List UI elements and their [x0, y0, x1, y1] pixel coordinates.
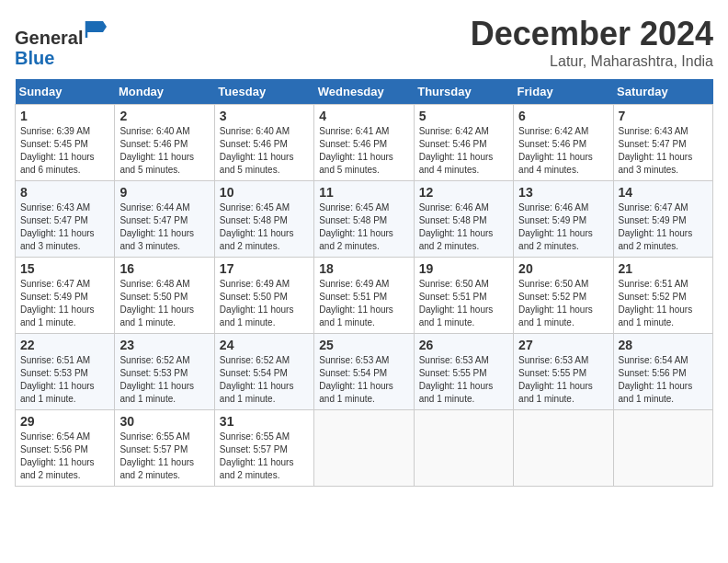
day-number: 29	[20, 414, 109, 429]
day-detail: Sunrise: 6:51 AM Sunset: 5:52 PM Dayligh…	[619, 278, 708, 329]
calendar-cell: 20Sunrise: 6:50 AM Sunset: 5:52 PM Dayli…	[514, 258, 613, 334]
weekday-header-wednesday: Wednesday	[314, 79, 414, 105]
day-number: 31	[220, 414, 309, 429]
calendar-week-row: 1Sunrise: 6:39 AM Sunset: 5:45 PM Daylig…	[16, 105, 713, 181]
calendar-cell: 21Sunrise: 6:51 AM Sunset: 5:52 PM Dayli…	[613, 258, 712, 334]
day-number: 12	[419, 185, 508, 200]
day-detail: Sunrise: 6:51 AM Sunset: 5:53 PM Dayligh…	[20, 354, 109, 406]
day-number: 9	[119, 185, 209, 200]
day-detail: Sunrise: 6:54 AM Sunset: 5:56 PM Dayligh…	[20, 431, 109, 482]
day-detail: Sunrise: 6:47 AM Sunset: 5:49 PM Dayligh…	[20, 278, 109, 329]
month-title: December 2024	[471, 15, 713, 53]
day-number: 6	[518, 109, 608, 123]
day-detail: Sunrise: 6:48 AM Sunset: 5:50 PM Dayligh…	[119, 278, 209, 329]
day-number: 8	[20, 185, 109, 200]
day-detail: Sunrise: 6:43 AM Sunset: 5:47 PM Dayligh…	[619, 125, 708, 177]
day-detail: Sunrise: 6:45 AM Sunset: 5:48 PM Dayligh…	[220, 201, 309, 253]
day-number: 24	[220, 338, 309, 352]
calendar-cell: 27Sunrise: 6:53 AM Sunset: 5:55 PM Dayli…	[514, 334, 613, 410]
calendar-week-row: 22Sunrise: 6:51 AM Sunset: 5:53 PM Dayli…	[16, 334, 713, 410]
day-number: 17	[220, 261, 309, 276]
calendar-cell: 5Sunrise: 6:42 AM Sunset: 5:46 PM Daylig…	[414, 105, 513, 181]
calendar-cell: 28Sunrise: 6:54 AM Sunset: 5:56 PM Dayli…	[613, 334, 712, 410]
day-number: 10	[220, 185, 309, 200]
day-number: 19	[419, 261, 508, 276]
calendar-table: SundayMondayTuesdayWednesdayThursdayFrid…	[15, 79, 713, 487]
calendar-cell: 7Sunrise: 6:43 AM Sunset: 5:47 PM Daylig…	[613, 105, 712, 181]
calendar-cell: 22Sunrise: 6:51 AM Sunset: 5:53 PM Dayli…	[16, 334, 115, 410]
logo-general: General	[15, 28, 83, 48]
day-number: 11	[319, 185, 408, 200]
day-detail: Sunrise: 6:50 AM Sunset: 5:52 PM Dayligh…	[518, 278, 608, 329]
day-detail: Sunrise: 6:43 AM Sunset: 5:47 PM Dayligh…	[20, 201, 109, 253]
day-detail: Sunrise: 6:54 AM Sunset: 5:56 PM Dayligh…	[619, 354, 708, 406]
day-number: 22	[20, 338, 109, 352]
calendar-week-row: 15Sunrise: 6:47 AM Sunset: 5:49 PM Dayli…	[16, 258, 713, 334]
calendar-cell: 2Sunrise: 6:40 AM Sunset: 5:46 PM Daylig…	[115, 105, 214, 181]
calendar-cell: 8Sunrise: 6:43 AM Sunset: 5:47 PM Daylig…	[16, 181, 115, 258]
day-number: 28	[619, 338, 708, 352]
day-number: 21	[619, 261, 708, 276]
day-number: 25	[319, 338, 408, 352]
calendar-week-row: 29Sunrise: 6:54 AM Sunset: 5:56 PM Dayli…	[16, 410, 713, 487]
day-detail: Sunrise: 6:45 AM Sunset: 5:48 PM Dayligh…	[319, 201, 408, 253]
logo-flag-icon	[85, 15, 114, 44]
day-number: 3	[220, 109, 309, 123]
calendar-cell	[314, 410, 414, 487]
calendar-cell: 15Sunrise: 6:47 AM Sunset: 5:49 PM Dayli…	[16, 258, 115, 334]
day-detail: Sunrise: 6:55 AM Sunset: 5:57 PM Dayligh…	[220, 431, 309, 482]
day-number: 13	[518, 185, 608, 200]
day-number: 14	[619, 185, 708, 200]
day-number: 26	[419, 338, 508, 352]
location: Latur, Maharashtra, India	[471, 53, 713, 70]
page-header: General Blue December 2024 Latur, Mahara…	[15, 15, 713, 70]
weekday-header-monday: Monday	[115, 79, 214, 105]
logo: General Blue	[15, 15, 114, 68]
day-detail: Sunrise: 6:46 AM Sunset: 5:49 PM Dayligh…	[518, 201, 608, 253]
calendar-week-row: 8Sunrise: 6:43 AM Sunset: 5:47 PM Daylig…	[16, 181, 713, 258]
weekday-header-sunday: Sunday	[16, 79, 115, 105]
calendar-cell: 1Sunrise: 6:39 AM Sunset: 5:45 PM Daylig…	[16, 105, 115, 181]
day-number: 16	[119, 261, 209, 276]
calendar-cell: 19Sunrise: 6:50 AM Sunset: 5:51 PM Dayli…	[414, 258, 513, 334]
calendar-cell: 17Sunrise: 6:49 AM Sunset: 5:50 PM Dayli…	[214, 258, 313, 334]
day-number: 5	[419, 109, 508, 123]
day-number: 2	[119, 109, 209, 123]
day-detail: Sunrise: 6:42 AM Sunset: 5:46 PM Dayligh…	[419, 125, 508, 177]
logo-blue: Blue	[15, 48, 54, 68]
calendar-cell: 26Sunrise: 6:53 AM Sunset: 5:55 PM Dayli…	[414, 334, 513, 410]
day-detail: Sunrise: 6:53 AM Sunset: 5:54 PM Dayligh…	[319, 354, 408, 406]
calendar-cell: 18Sunrise: 6:49 AM Sunset: 5:51 PM Dayli…	[314, 258, 414, 334]
day-detail: Sunrise: 6:49 AM Sunset: 5:50 PM Dayligh…	[220, 278, 309, 329]
calendar-cell: 24Sunrise: 6:52 AM Sunset: 5:54 PM Dayli…	[214, 334, 313, 410]
weekday-header-row: SundayMondayTuesdayWednesdayThursdayFrid…	[16, 79, 713, 105]
calendar-cell: 25Sunrise: 6:53 AM Sunset: 5:54 PM Dayli…	[314, 334, 414, 410]
calendar-cell: 31Sunrise: 6:55 AM Sunset: 5:57 PM Dayli…	[214, 410, 313, 487]
day-detail: Sunrise: 6:40 AM Sunset: 5:46 PM Dayligh…	[220, 125, 309, 177]
calendar-cell: 13Sunrise: 6:46 AM Sunset: 5:49 PM Dayli…	[514, 181, 613, 258]
title-area: December 2024 Latur, Maharashtra, India	[471, 15, 713, 70]
day-detail: Sunrise: 6:39 AM Sunset: 5:45 PM Dayligh…	[20, 125, 109, 177]
weekday-header-tuesday: Tuesday	[214, 79, 313, 105]
calendar-cell: 16Sunrise: 6:48 AM Sunset: 5:50 PM Dayli…	[115, 258, 214, 334]
day-number: 30	[119, 414, 209, 429]
day-number: 4	[319, 109, 408, 123]
calendar-cell: 23Sunrise: 6:52 AM Sunset: 5:53 PM Dayli…	[115, 334, 214, 410]
weekday-header-thursday: Thursday	[414, 79, 513, 105]
day-detail: Sunrise: 6:49 AM Sunset: 5:51 PM Dayligh…	[319, 278, 408, 329]
day-number: 20	[518, 261, 608, 276]
calendar-cell: 14Sunrise: 6:47 AM Sunset: 5:49 PM Dayli…	[613, 181, 712, 258]
day-number: 7	[619, 109, 708, 123]
day-number: 23	[119, 338, 209, 352]
day-number: 27	[518, 338, 608, 352]
day-detail: Sunrise: 6:52 AM Sunset: 5:54 PM Dayligh…	[220, 354, 309, 406]
day-detail: Sunrise: 6:46 AM Sunset: 5:48 PM Dayligh…	[419, 201, 508, 253]
calendar-cell	[514, 410, 613, 487]
calendar-cell	[414, 410, 513, 487]
day-number: 18	[319, 261, 408, 276]
day-number: 1	[20, 109, 109, 123]
calendar-cell: 6Sunrise: 6:42 AM Sunset: 5:46 PM Daylig…	[514, 105, 613, 181]
calendar-cell: 4Sunrise: 6:41 AM Sunset: 5:46 PM Daylig…	[314, 105, 414, 181]
day-detail: Sunrise: 6:50 AM Sunset: 5:51 PM Dayligh…	[419, 278, 508, 329]
calendar-cell: 9Sunrise: 6:44 AM Sunset: 5:47 PM Daylig…	[115, 181, 214, 258]
